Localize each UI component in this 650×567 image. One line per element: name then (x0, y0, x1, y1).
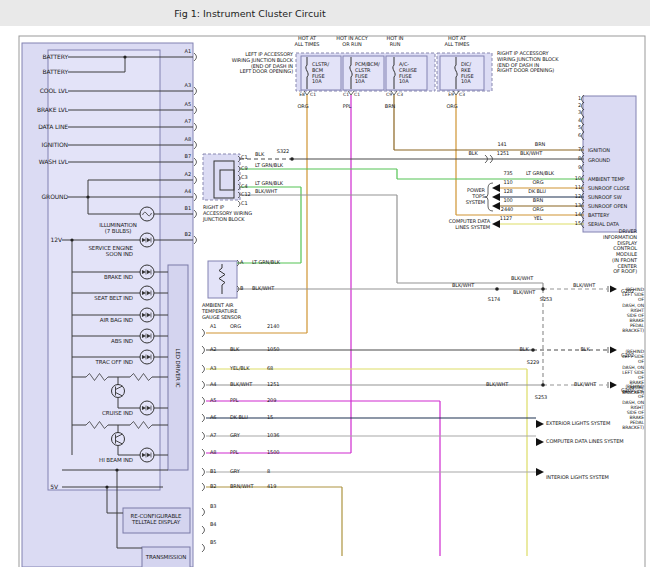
wiring-diagram-canvas (0, 0, 650, 567)
trac-off-led-icon (140, 350, 154, 364)
brake-led-icon (140, 265, 154, 279)
ses-led-icon (140, 233, 154, 247)
seat-belt-led-icon (140, 286, 154, 300)
cruise-led-icon (140, 401, 154, 415)
illumination-bulb-icon (140, 207, 154, 221)
ip-junction-blocks (296, 53, 492, 95)
fuse-dic-rke-box (440, 56, 484, 90)
abs-led-icon (140, 329, 154, 343)
ambient-air-temp-sensor (208, 261, 237, 298)
driver-info-display-module-box (583, 96, 636, 232)
fuse-ac-cruise-box (386, 56, 427, 90)
wiring-diagram-page: Fig 1: Instrument Cluster Circuit (0, 0, 650, 567)
air-bag-led-icon (140, 308, 154, 322)
led-driver-ic-box (168, 265, 188, 470)
transmission-box (142, 547, 190, 567)
reconfigurable-telltale-box (123, 508, 190, 533)
right-ip-junction-block (203, 154, 240, 200)
hi-beam-led-icon (140, 448, 154, 462)
fuse-pcm-bcm-clstr-box (343, 56, 384, 90)
